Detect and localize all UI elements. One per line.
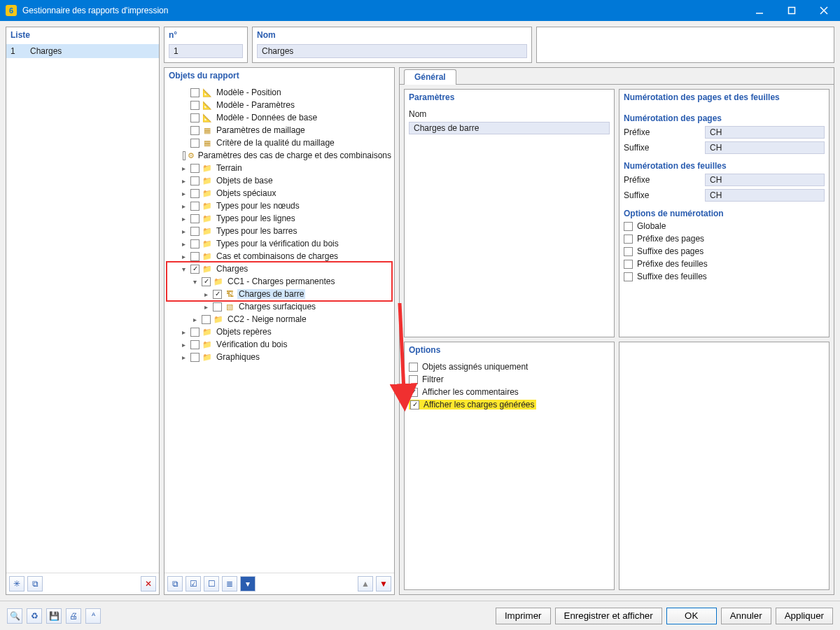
caret-right-icon[interactable]: ▸ <box>178 341 188 349</box>
print-button[interactable]: Imprimer <box>496 608 551 624</box>
minimize-button[interactable] <box>743 0 776 21</box>
tree-checkbox[interactable] <box>213 302 222 312</box>
caret-right-icon[interactable]: ▸ <box>178 215 188 223</box>
tree-node[interactable]: ▸📁Types pour la vérification du bois <box>166 237 393 250</box>
caret-right-icon[interactable]: ▸ <box>178 240 188 248</box>
apply-button[interactable]: Appliquer <box>776 608 833 624</box>
tab-general[interactable]: Général <box>404 69 456 85</box>
tree-checkbox[interactable] <box>183 151 186 160</box>
new-report-button[interactable]: ✳ <box>9 576 24 592</box>
cancel-button[interactable]: Annuler <box>721 608 771 624</box>
tree-checkbox[interactable] <box>202 277 211 286</box>
ok-button[interactable]: OK <box>666 608 717 624</box>
tree-node[interactable]: ▸📁Objets de base <box>166 174 393 187</box>
caret-down-icon[interactable]: ▾ <box>190 278 200 286</box>
tree-checkbox[interactable] <box>213 290 222 299</box>
tree-node[interactable]: ⚙Paramètres des cas de charge et des com… <box>166 149 393 162</box>
tree-tbtn-down[interactable]: ▼ <box>376 576 391 592</box>
tree-node[interactable]: ▾📁Charges <box>166 262 393 275</box>
tree-node[interactable]: 📐Modèle - Données de base <box>166 111 393 124</box>
caret-right-icon[interactable]: ▸ <box>178 177 188 185</box>
caret-right-icon[interactable]: ▸ <box>178 164 188 172</box>
tree-node[interactable]: ▸🏗Charges de barre <box>166 288 393 300</box>
tree-node[interactable]: 📐Modèle - Paramètres <box>166 99 393 111</box>
tree-tbtn-uncheckall[interactable]: ☐ <box>204 576 219 592</box>
tree-node[interactable]: ▸📁Graphiques <box>166 351 393 363</box>
tree-node[interactable]: ▸📁Types pour les nœuds <box>166 200 393 212</box>
tree-node[interactable]: ▸📁Objets repères <box>166 326 393 338</box>
tree-node[interactable]: ▸📁Cas et combinaisons de charges <box>166 250 393 262</box>
tree-tbtn-up[interactable]: ▲ <box>358 576 373 592</box>
tree-node[interactable]: ▸📁Types pour les barres <box>166 225 393 237</box>
caret-right-icon[interactable]: ▸ <box>201 290 211 298</box>
opt-prefix-pages-checkbox[interactable] <box>624 234 633 244</box>
opt-globale-checkbox[interactable] <box>624 222 633 231</box>
caret-right-icon[interactable]: ▸ <box>201 303 211 311</box>
caret-down-icon[interactable]: ▾ <box>178 265 188 273</box>
tree-checkbox[interactable] <box>190 164 200 173</box>
tree-checkbox[interactable] <box>190 126 200 135</box>
opt-assigned-checkbox[interactable] <box>409 363 418 372</box>
tree-checkbox[interactable] <box>190 227 200 236</box>
list-row[interactable]: 1 Charges <box>6 44 159 58</box>
params-nom-value[interactable]: Charges de barre <box>409 122 610 134</box>
tree-node[interactable]: ▦Paramètres de maillage <box>166 124 393 136</box>
copy-report-button[interactable]: ⧉ <box>27 576 43 592</box>
caret-right-icon[interactable]: ▸ <box>178 253 188 260</box>
tree-node[interactable]: ▸📁Vérification du bois <box>166 338 393 351</box>
opt-suffix-feuilles-checkbox[interactable] <box>624 272 633 281</box>
save-show-button[interactable]: Enregistrer et afficher <box>555 608 662 624</box>
tree-checkbox[interactable] <box>190 101 200 110</box>
tree-checkbox[interactable] <box>190 265 200 274</box>
name-value[interactable]: Charges <box>257 44 527 58</box>
caret-right-icon[interactable]: ▸ <box>178 190 188 197</box>
opt-prefix-feuilles-checkbox[interactable] <box>624 260 633 269</box>
caret-right-icon[interactable]: ▸ <box>178 227 188 235</box>
tree-checkbox[interactable] <box>190 239 200 248</box>
tree-checkbox[interactable] <box>190 176 200 186</box>
opt-comments-checkbox[interactable] <box>409 388 418 397</box>
tree-node[interactable]: ▸▧Charges surfaciques <box>166 300 393 313</box>
tree-tbtn-list[interactable]: ≣ <box>222 576 237 592</box>
delete-report-button[interactable]: ✕ <box>141 576 156 592</box>
number-value[interactable]: 1 <box>169 44 243 58</box>
tree-node[interactable]: ▸📁Terrain <box>166 162 393 174</box>
opt-generated-checkbox[interactable] <box>410 400 419 410</box>
tree-checkbox[interactable] <box>190 353 200 362</box>
tree-tbtn-copy[interactable]: ⧉ <box>167 576 183 592</box>
caret-right-icon[interactable]: ▸ <box>190 316 200 323</box>
bottom-tbtn-export[interactable]: 💾 <box>46 608 62 624</box>
tree[interactable]: 📐Modèle - Position📐Modèle - Paramètres📐M… <box>164 85 394 573</box>
tree-tbtn-filter[interactable]: ▾ <box>240 576 255 592</box>
tree-checkbox[interactable] <box>190 252 200 261</box>
close-button[interactable] <box>808 0 840 21</box>
bottom-tbtn-print[interactable]: 🖨 <box>66 608 81 624</box>
tree-checkbox[interactable] <box>190 88 200 97</box>
bottom-tbtn-lang[interactable]: ᴬ <box>85 608 101 624</box>
tree-node[interactable]: ▸📁CC2 - Neige normale <box>166 313 393 326</box>
tree-node[interactable]: ▦Critère de la qualité du maillage <box>166 136 393 149</box>
sheets-prefix-field[interactable]: CH <box>705 174 825 186</box>
bottom-tbtn-help[interactable]: 🔍 <box>7 608 22 624</box>
tree-checkbox[interactable] <box>190 202 200 211</box>
bottom-tbtn-refresh[interactable]: ♻ <box>27 608 42 624</box>
tree-checkbox[interactable] <box>190 328 200 337</box>
pages-suffix-field[interactable]: CH <box>705 141 825 154</box>
maximize-button[interactable] <box>776 0 808 21</box>
tree-checkbox[interactable] <box>202 315 211 324</box>
tree-checkbox[interactable] <box>190 189 200 198</box>
sheets-suffix-field[interactable]: CH <box>705 189 825 202</box>
caret-right-icon[interactable]: ▸ <box>178 354 188 361</box>
tree-checkbox[interactable] <box>190 214 200 223</box>
caret-right-icon[interactable]: ▸ <box>178 328 188 336</box>
tree-checkbox[interactable] <box>190 113 200 122</box>
pages-prefix-field[interactable]: CH <box>705 126 825 139</box>
tree-node[interactable]: ▸📁Objets spéciaux <box>166 187 393 200</box>
opt-suffix-pages-checkbox[interactable] <box>624 247 633 256</box>
tree-tbtn-checkall[interactable]: ☑ <box>186 576 201 592</box>
tree-checkbox[interactable] <box>190 139 200 148</box>
tree-node[interactable]: 📐Modèle - Position <box>166 86 393 99</box>
tree-checkbox[interactable] <box>190 340 200 349</box>
opt-filter-checkbox[interactable] <box>409 375 418 384</box>
tree-node[interactable]: ▸📁Types pour les lignes <box>166 212 393 225</box>
